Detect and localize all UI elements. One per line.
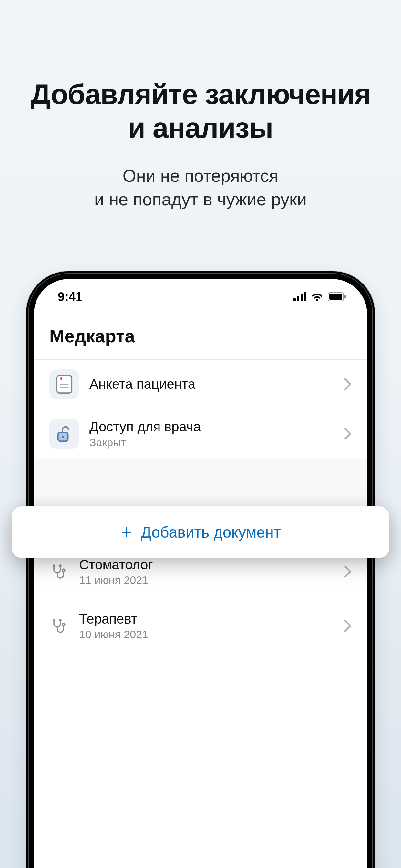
chevron-right-icon <box>344 378 351 391</box>
document-date: 10 июня 2021 <box>79 628 332 641</box>
chevron-right-icon <box>344 565 351 578</box>
promo-subtitle-line2: и не попадут в чужие руки <box>94 190 307 209</box>
promo-subtitle: Они не потеряются и не попадут в чужие р… <box>26 164 375 211</box>
settings-list: Анкета пациента Доступ для врача Закрыт <box>34 360 367 459</box>
promo-header: Добавляйте заключения и анализы Они не п… <box>0 0 401 211</box>
document-title: Терапевт <box>79 611 332 627</box>
doctor-access-status: Закрыт <box>89 436 334 449</box>
wifi-icon <box>311 292 323 301</box>
svg-rect-2 <box>344 295 346 299</box>
promo-subtitle-line1: Они не потеряются <box>123 166 278 185</box>
phone-frame: 9:41 Медкарта <box>26 271 375 868</box>
svg-point-13 <box>62 623 65 626</box>
svg-rect-5 <box>60 377 62 380</box>
document-title: Стоматолог <box>79 557 332 572</box>
plus-icon <box>120 526 133 538</box>
svg-point-9 <box>62 436 64 438</box>
battery-icon <box>328 292 346 301</box>
patient-form-label: Анкета пациента <box>89 376 334 393</box>
doctor-access-label: Доступ для врача <box>89 418 334 436</box>
phone-screen: 9:41 Медкарта <box>34 279 367 868</box>
chevron-right-icon <box>344 427 351 440</box>
add-document-button[interactable]: Добавить документ <box>11 506 390 558</box>
promo-title-line1: Добавляйте заключения <box>30 78 371 110</box>
svg-point-10 <box>62 569 65 571</box>
document-item[interactable]: Терапевт 10 июня 2021 <box>34 599 367 653</box>
svg-rect-1 <box>329 294 342 300</box>
patient-form-item[interactable]: Анкета пациента <box>34 360 367 409</box>
status-time: 9:41 <box>58 290 82 304</box>
lock-open-icon <box>50 419 79 448</box>
add-document-label: Добавить документ <box>141 523 281 541</box>
page-title: Медкарта <box>34 314 367 360</box>
cellular-icon <box>294 292 306 301</box>
status-bar: 9:41 <box>34 279 367 314</box>
promo-title-line2: и анализы <box>128 112 273 144</box>
stethoscope-icon <box>50 564 67 579</box>
status-icons <box>294 292 346 301</box>
promo-title: Добавляйте заключения и анализы <box>26 78 375 145</box>
chevron-right-icon <box>344 619 351 632</box>
document-date: 11 июня 2021 <box>79 574 332 586</box>
stethoscope-icon <box>50 618 67 633</box>
patient-form-icon <box>50 369 79 399</box>
doctor-access-item[interactable]: Доступ для врача Закрыт <box>34 409 367 459</box>
